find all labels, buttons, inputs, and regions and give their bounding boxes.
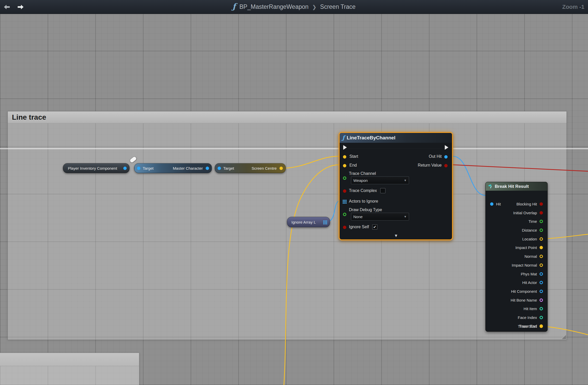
pin-hit-component[interactable] xyxy=(540,290,543,293)
pin-label-hit-component: Hit Component xyxy=(511,289,537,294)
node-ignore-array[interactable]: Ignore Array L xyxy=(287,217,330,227)
breadcrumb-separator-icon: ❯ xyxy=(312,4,317,10)
node-player-inventory-component[interactable]: Player Inventory Component xyxy=(63,163,130,173)
output-row: Trace End xyxy=(486,324,547,329)
pin-trace-channel[interactable] xyxy=(343,176,346,180)
output-row: Hit Actor xyxy=(486,280,547,285)
pin-blocking-hit[interactable] xyxy=(540,202,543,206)
forward-arrow-icon xyxy=(17,3,24,11)
pin-label-location: Location xyxy=(522,237,537,242)
output-row: Impact Normal xyxy=(486,263,547,268)
pin-distance[interactable] xyxy=(540,229,543,232)
pin-master-character-out[interactable] xyxy=(206,167,209,170)
node-break-hit-result[interactable]: Break Hit Result Hit Blocking Hit Initia… xyxy=(485,182,548,332)
pin-ignore-self[interactable] xyxy=(343,226,346,229)
node-label: Screen Centre xyxy=(252,163,277,173)
line-trace-header[interactable]: ƒ LineTraceByChannel xyxy=(340,133,452,143)
pin-label-impact-normal: Impact Normal xyxy=(512,263,537,268)
back-button[interactable] xyxy=(2,2,12,12)
node-line-trace-by-channel[interactable]: ƒ LineTraceByChannel Start End Out Hit R… xyxy=(339,132,453,240)
pin-phys-mat[interactable] xyxy=(540,272,543,276)
pin-label-distance: Distance xyxy=(522,228,537,233)
pin-player-inventory-out[interactable] xyxy=(123,167,127,170)
pin-out-hit[interactable] xyxy=(444,155,448,159)
pin-impact-normal[interactable] xyxy=(540,263,543,267)
node-label: Master Character xyxy=(173,163,203,173)
pin-hit-actor[interactable] xyxy=(540,281,543,284)
pin-start[interactable] xyxy=(343,155,346,159)
pin-target-in[interactable] xyxy=(218,167,221,170)
node-collapse-arrow[interactable]: ▼ xyxy=(394,233,398,238)
graph-title-bar: ƒ BP_MasterRangeWeapon ❯ Screen Trace Zo… xyxy=(0,0,588,14)
break-struct-icon xyxy=(488,184,493,189)
label-actors-to-ignore: Actors to Ignore xyxy=(349,199,378,204)
pin-label-return-value: Return Value xyxy=(418,163,442,168)
trace-channel-dropdown[interactable]: Weapon ▼ xyxy=(351,176,409,184)
node-screen-centre[interactable]: Target Screen Centre xyxy=(215,163,286,173)
output-row: Initial Overlap xyxy=(486,210,547,216)
wire-trace-end xyxy=(548,327,588,335)
output-row: Hit Item xyxy=(486,306,547,311)
pin-trace-complex[interactable] xyxy=(343,189,346,193)
output-row: Impact Point xyxy=(486,245,547,250)
breadcrumb-graph-name[interactable]: Screen Trace xyxy=(320,3,356,10)
pin-hit-item[interactable] xyxy=(540,307,543,310)
array-grid-icon[interactable] xyxy=(323,220,327,224)
wire-outhit-to-hit xyxy=(453,156,485,195)
pin-label-time: Time xyxy=(528,219,537,224)
output-row: Normal xyxy=(486,254,547,259)
pin-face-index[interactable] xyxy=(540,316,543,319)
breadcrumb-blueprint-name[interactable]: BP_MasterRangeWeapon xyxy=(239,3,309,10)
label-draw-debug-type: Draw Debug Type xyxy=(349,208,382,212)
pin-label-target: Target xyxy=(223,163,234,173)
pin-label-normal: Normal xyxy=(525,254,537,259)
pin-label-hit-actor: Hit Actor xyxy=(522,280,537,285)
label-trace-complex: Trace Complex xyxy=(349,188,377,193)
pin-target-in[interactable] xyxy=(137,167,140,170)
blueprint-graph-canvas[interactable]: Line trace Player Inventory Component Ta… xyxy=(0,0,588,385)
exec-out-pin[interactable] xyxy=(445,145,448,150)
output-row: Location xyxy=(486,237,547,242)
function-graph-icon: ƒ xyxy=(232,2,236,11)
label-ignore-self: Ignore Self xyxy=(349,225,369,229)
pin-normal[interactable] xyxy=(540,255,543,258)
node-title: LineTraceByChannel xyxy=(347,135,395,141)
pin-label-blocking-hit: Blocking Hit xyxy=(517,202,537,207)
break-hit-result-header[interactable]: Break Hit Result xyxy=(486,182,547,191)
pin-label-phys-mat: Phys Mat xyxy=(521,272,537,277)
pin-return-value[interactable] xyxy=(444,164,448,167)
pin-label-hit-bone-name: Hit Bone Name xyxy=(511,298,537,303)
output-row: Phys Mat xyxy=(486,272,547,277)
actors-to-ignore-array-pin[interactable] xyxy=(343,200,347,204)
exec-in-pin[interactable] xyxy=(343,145,347,150)
output-row: Face Index xyxy=(486,315,547,320)
pin-location[interactable] xyxy=(540,237,543,241)
pin-impact-point[interactable] xyxy=(540,246,543,249)
node-master-character[interactable]: Target Master Character xyxy=(134,163,212,173)
wire-bottom-to-end xyxy=(284,165,339,385)
trace-channel-value: Weapon xyxy=(353,178,368,183)
dropdown-arrow-icon: ▼ xyxy=(404,179,407,182)
draw-debug-value: None xyxy=(353,215,363,219)
pin-label-start: Start xyxy=(349,154,358,159)
pin-initial-overlap[interactable] xyxy=(540,211,543,215)
pin-hit-bone-name[interactable] xyxy=(540,298,543,302)
forward-button[interactable] xyxy=(16,2,25,12)
zoom-level: Zoom -1 xyxy=(562,0,584,14)
pin-label-end: End xyxy=(349,163,357,168)
function-icon: ƒ xyxy=(342,134,345,141)
breadcrumb: ƒ BP_MasterRangeWeapon ❯ Screen Trace xyxy=(232,3,355,11)
pin-screen-centre-out[interactable] xyxy=(279,167,283,170)
draw-debug-dropdown[interactable]: None ▼ xyxy=(351,213,409,220)
pin-trace-end[interactable] xyxy=(540,324,543,328)
ignore-self-checkbox[interactable]: ✔ xyxy=(372,224,377,230)
pin-end[interactable] xyxy=(343,164,346,167)
output-row: Blocking Hit xyxy=(486,202,547,207)
pin-time[interactable] xyxy=(540,220,543,223)
pin-label-target: Target xyxy=(143,163,154,173)
trace-complex-checkbox[interactable] xyxy=(380,188,385,193)
pin-label-trace-end: Trace End xyxy=(519,324,537,329)
wire-impact-point xyxy=(548,234,588,239)
output-row: Distance xyxy=(486,228,547,233)
pin-draw-debug-type[interactable] xyxy=(343,213,346,216)
